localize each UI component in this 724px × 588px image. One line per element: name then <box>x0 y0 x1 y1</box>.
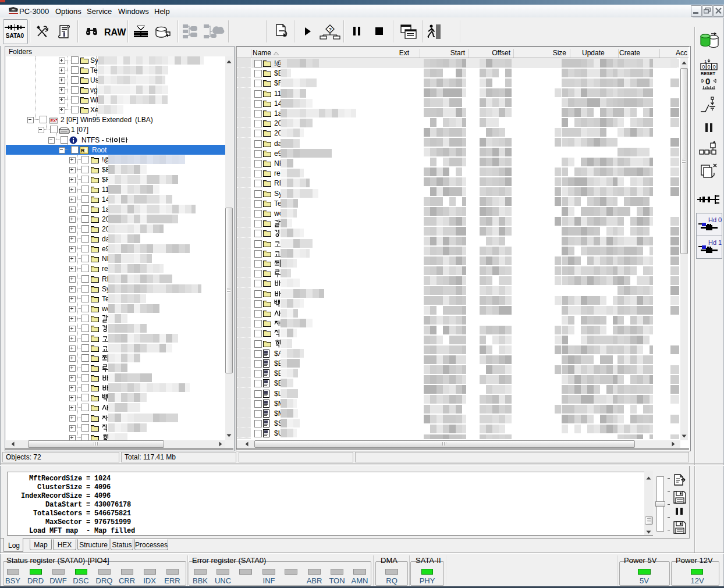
svg-text:0: 0 <box>708 64 711 70</box>
svg-text:EX: EX <box>51 119 56 123</box>
svg-text:R: R <box>81 148 85 154</box>
svg-text:?: ? <box>329 27 332 33</box>
svg-text:RESET: RESET <box>701 71 715 76</box>
svg-text:0: 0 <box>705 76 710 86</box>
svg-text:0: 0 <box>702 64 705 70</box>
svg-text:0: 0 <box>713 64 716 70</box>
svg-text:1: 1 <box>704 59 707 64</box>
